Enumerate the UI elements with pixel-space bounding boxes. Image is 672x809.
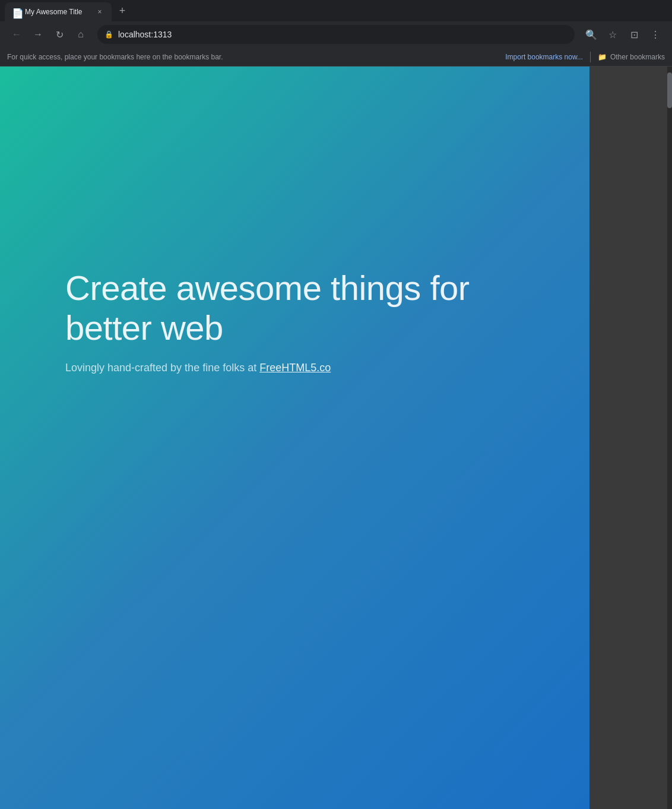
import-bookmarks-link[interactable]: Import bookmarks now... — [505, 53, 583, 61]
menu-button[interactable]: ⋮ — [646, 25, 665, 44]
nav-bar: ← → ↻ ⌂ 🔒 localhost:1313 🔍 ☆ ⊡ ⋮ — [0, 21, 672, 48]
main-content: Create awesome things forbetter web Lovi… — [0, 67, 589, 809]
other-bookmarks-button[interactable]: 📁 Other bookmarks — [598, 53, 665, 61]
scrollbar-area — [589, 67, 672, 809]
hero-subtext-prefix: Lovingly hand-crafted by the fine folks … — [65, 362, 259, 374]
tab-favicon-icon: 📄 — [12, 8, 20, 16]
forward-button[interactable]: → — [28, 25, 47, 44]
bookmark-button[interactable]: ☆ — [603, 25, 622, 44]
scrollbar-thumb[interactable] — [667, 72, 672, 108]
address-bar[interactable]: 🔒 localhost:1313 — [97, 25, 575, 44]
lock-icon: 🔒 — [104, 30, 113, 39]
tab-bar: 📄 My Awesome Title × + — [0, 0, 672, 21]
back-button[interactable]: ← — [7, 25, 26, 44]
nav-actions: 🔍 ☆ ⊡ ⋮ — [582, 25, 665, 44]
other-bookmarks-icon: 📁 — [598, 53, 607, 61]
hero-section: Create awesome things forbetter web Lovi… — [65, 268, 524, 374]
active-tab[interactable]: 📄 My Awesome Title × — [5, 2, 112, 21]
search-button[interactable]: 🔍 — [582, 25, 601, 44]
other-bookmarks-label: Other bookmarks — [610, 53, 665, 61]
tab-title: My Awesome Title — [25, 8, 90, 16]
bookmarks-divider — [590, 52, 591, 62]
new-tab-button[interactable]: + — [114, 2, 131, 19]
browser-wrapper: Create awesome things forbetter web Lovi… — [0, 67, 672, 809]
reload-button[interactable]: ↻ — [50, 25, 69, 44]
browser-chrome: 📄 My Awesome Title × + ← → ↻ ⌂ 🔒 localho… — [0, 0, 672, 67]
home-button[interactable]: ⌂ — [71, 25, 90, 44]
cast-button[interactable]: ⊡ — [625, 25, 644, 44]
hero-subtext: Lovingly hand-crafted by the fine folks … — [65, 362, 524, 374]
bookmarks-bar: For quick access, place your bookmarks h… — [0, 48, 672, 67]
bookmarks-hint-text: For quick access, place your bookmarks h… — [7, 53, 505, 61]
address-text: localhost:1313 — [118, 30, 172, 39]
scrollbar-track[interactable] — [667, 67, 672, 809]
hero-heading: Create awesome things forbetter web — [65, 268, 524, 347]
freehtml5-link[interactable]: FreeHTML5.co — [259, 362, 331, 374]
tab-close-button[interactable]: × — [95, 7, 104, 17]
